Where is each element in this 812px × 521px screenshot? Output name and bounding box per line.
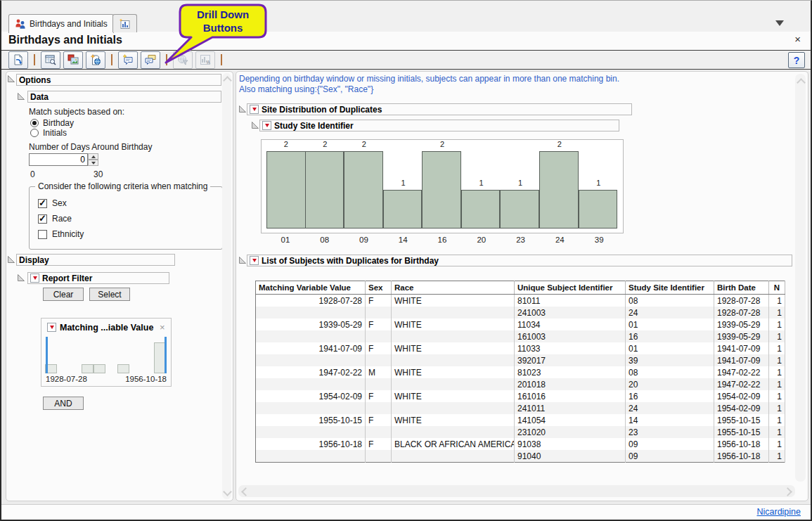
days-input[interactable]	[29, 153, 88, 166]
options-header[interactable]: Options	[16, 74, 221, 86]
disclosure-icon[interactable]	[252, 122, 259, 129]
status-link[interactable]: Nicardipine	[756, 507, 801, 517]
checkbox-icon[interactable]	[38, 199, 47, 208]
disclosure-icon[interactable]	[18, 274, 25, 281]
study-site-header[interactable]: Study Site Identifier	[259, 120, 619, 131]
days-stepper[interactable]	[88, 153, 98, 166]
save-image-icon[interactable]	[63, 51, 83, 69]
left-panel-scrollbar[interactable]	[222, 73, 231, 499]
publish-icon[interactable]	[86, 51, 105, 69]
tabstrip-menu-icon[interactable]	[775, 20, 784, 26]
checkbox-icon[interactable]	[38, 230, 47, 239]
chart-bar-slot[interactable]: 1	[579, 190, 619, 229]
table-row[interactable]: 161003161939-05-291	[256, 330, 785, 342]
table-row[interactable]: 1956-10-18FBLACK OR AFRICAN AMERICAN9103…	[256, 438, 785, 450]
chart-bar[interactable]	[344, 151, 383, 229]
chart-bar[interactable]	[461, 190, 501, 229]
table-row[interactable]: 1955-10-15FWHITE141054141955-10-151	[256, 414, 785, 426]
radio-button-icon[interactable]	[30, 129, 39, 137]
mini-histogram-slot[interactable]	[94, 337, 106, 373]
table-row[interactable]: 231020231955-10-151	[256, 426, 785, 438]
and-button[interactable]: AND	[43, 397, 84, 410]
site-distribution-header[interactable]: Site Distribution of Duplicates	[247, 103, 632, 115]
select-button[interactable]: Select	[89, 288, 130, 301]
chart-bar-slot[interactable]: 2	[344, 151, 384, 229]
red-triangle-menu-icon[interactable]	[250, 256, 259, 265]
close-icon[interactable]: ×	[794, 34, 801, 44]
column-header[interactable]: Study Site Identifier	[626, 281, 714, 295]
tab-chart[interactable]	[112, 14, 137, 32]
checkbox-race[interactable]: Race	[38, 214, 84, 224]
table-row[interactable]: 1939-05-29FWHITE11034011939-05-291	[256, 319, 785, 330]
radio-birthday[interactable]: Birthday	[30, 118, 74, 127]
table-row[interactable]: 1928-07-28FWHITE81011081928-07-281	[256, 295, 785, 307]
checkbox-ethnicity[interactable]: Ethnicity	[38, 229, 84, 239]
mini-histogram-slot[interactable]	[118, 337, 130, 373]
table-row[interactable]: 241003241928-07-281	[256, 307, 785, 319]
table-row[interactable]: 241011241954-02-091	[256, 402, 785, 414]
table-row[interactable]: 1954-02-09FWHITE161016161954-02-091	[256, 390, 785, 402]
mini-histogram-slot[interactable]	[58, 337, 70, 373]
red-triangle-menu-icon[interactable]	[30, 274, 39, 283]
column-header[interactable]: Sex	[366, 281, 392, 295]
disclosure-icon[interactable]	[8, 75, 15, 82]
mini-histogram-slot[interactable]	[70, 337, 82, 373]
chart-bar[interactable]	[500, 190, 539, 229]
mini-histogram-bar[interactable]	[117, 364, 129, 373]
report-vertical-scrollbar[interactable]	[795, 74, 806, 482]
chart-bar[interactable]	[266, 151, 306, 229]
scroll-up-icon[interactable]	[223, 76, 232, 85]
disclosure-icon[interactable]	[239, 105, 246, 112]
scroll-left-icon[interactable]	[241, 487, 250, 496]
display-header[interactable]: Display	[16, 254, 175, 266]
table-row[interactable]: 392017391941-07-091	[256, 354, 785, 366]
chart-bar-slot[interactable]: 2	[540, 151, 579, 229]
stepper-down-icon[interactable]	[88, 160, 98, 166]
column-header[interactable]: Birth Date	[714, 281, 769, 295]
chart-bar-slot[interactable]: 2	[306, 151, 345, 229]
clear-button[interactable]: Clear	[43, 288, 84, 301]
red-triangle-menu-icon[interactable]	[262, 121, 271, 130]
report-filter-header[interactable]: Report Filter	[27, 272, 169, 284]
table-row[interactable]: 201018201947-02-221	[256, 378, 785, 390]
disclosure-icon[interactable]	[8, 256, 15, 263]
mini-histogram-slot[interactable]	[130, 337, 142, 373]
create-report-icon[interactable]	[8, 51, 28, 69]
radio-button-icon[interactable]	[30, 119, 39, 127]
report-horizontal-scrollbar[interactable]	[238, 485, 795, 497]
disclosure-icon[interactable]	[18, 93, 25, 100]
mini-histogram-bar[interactable]	[94, 364, 105, 373]
range-handle-left[interactable]	[46, 337, 48, 373]
scroll-up-icon[interactable]	[797, 78, 806, 87]
chart-bar[interactable]	[539, 151, 579, 229]
column-header[interactable]: Matching Variable Value	[256, 281, 366, 295]
checkbox-icon[interactable]	[38, 214, 47, 224]
chart-bar[interactable]	[422, 151, 461, 229]
column-header[interactable]: N	[769, 281, 785, 295]
red-triangle-menu-icon[interactable]	[250, 105, 259, 114]
add-notes-icon[interactable]	[118, 51, 138, 69]
scroll-down-icon[interactable]	[223, 487, 232, 496]
chart-bar-slot[interactable]: 1	[462, 190, 501, 229]
mini-histogram-slot[interactable]	[106, 337, 118, 373]
help-button[interactable]: ?	[788, 52, 805, 68]
checkbox-sex[interactable]: Sex	[38, 198, 84, 208]
mini-histogram-bar[interactable]	[82, 364, 94, 373]
chart-bar-slot[interactable]: 1	[501, 190, 540, 229]
chart-bar[interactable]	[305, 151, 344, 229]
mini-histogram-slot[interactable]	[143, 337, 155, 373]
column-header[interactable]: Race	[392, 281, 515, 295]
chart-bar[interactable]	[383, 190, 423, 229]
chart-bar[interactable]	[579, 190, 618, 229]
chart-bar-slot[interactable]: 2	[423, 151, 462, 229]
table-row[interactable]: 1947-02-22MWHITE81023081947-02-221	[256, 366, 785, 378]
mini-histogram-slot[interactable]	[82, 337, 94, 373]
stepper-up-icon[interactable]	[88, 153, 98, 160]
range-handle-right[interactable]	[165, 337, 167, 373]
chart-bar-slot[interactable]: 2	[266, 151, 306, 229]
chart-bar-slot[interactable]: 1	[384, 190, 423, 229]
table-row[interactable]: 91040091956-10-181	[256, 450, 785, 463]
disclosure-icon[interactable]	[239, 257, 246, 264]
data-header[interactable]: Data	[27, 91, 221, 103]
filter-mini-histogram[interactable]	[46, 337, 167, 373]
